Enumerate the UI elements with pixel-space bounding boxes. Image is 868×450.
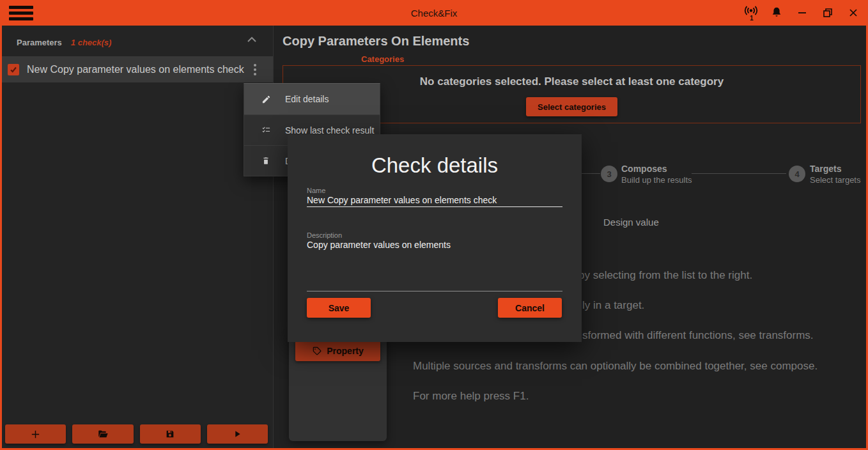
page-title: Copy Parameters On Elements [283,34,469,49]
check-enabled-checkbox[interactable] [8,64,19,75]
check-details-dialog: Check details Name New Copy parameter va… [288,134,582,342]
stepper-connector [582,173,600,174]
check-count-badge: 1 check(s) [71,38,112,47]
kebab-menu-icon[interactable] [249,62,261,77]
checks-sidebar: Parameters 1 check(s) New Copy parameter… [0,26,274,448]
property-source-button[interactable]: Property [295,341,380,361]
bell-icon[interactable] [768,4,785,21]
save-button[interactable]: Save [307,298,371,318]
step-targets-subtitle: Select targets [810,175,861,185]
sources-panel: Property [289,332,387,441]
parameters-group-title: Parameters [17,38,62,47]
add-check-button[interactable] [5,424,66,444]
step-composes-circle[interactable]: 3 [601,166,617,182]
description-input-underline [307,291,562,291]
description-field-label: Description [307,231,342,239]
step-composes[interactable]: Composes Build up the results [621,164,692,185]
sidebar-toolbar [5,424,268,444]
step-targets[interactable]: Targets Select targets [810,164,861,185]
check-item-label: New Copy parameter values on elements ch… [27,64,244,75]
broadcast-notification-icon[interactable]: 1 [743,4,759,21]
step-targets-circle[interactable]: 4 [789,166,805,182]
open-folder-button[interactable] [72,424,133,444]
app-title: Check&Fix [0,8,868,19]
chevron-up-icon[interactable] [246,35,258,44]
categories-label: Categories [361,54,404,64]
stepper-connector [692,173,786,174]
save-check-button[interactable] [140,424,201,444]
close-button[interactable] [845,4,862,21]
menu-item-edit-details[interactable]: Edit details [244,84,380,114]
tag-icon [312,346,322,356]
check-list-item[interactable]: New Copy parameter values on elements ch… [0,56,273,82]
help-line: Multiple sources and transforms can opti… [413,360,818,373]
name-input-underline [307,206,562,207]
description-input[interactable]: Copy parameter values on elements [307,240,562,250]
name-field-label: Name [307,187,325,194]
dialog-title: Check details [288,153,582,178]
parameters-group-header[interactable]: Parameters 1 check(s) [0,29,273,56]
run-check-button[interactable] [207,424,268,444]
property-button-label: Property [327,346,364,356]
checklist-icon [260,125,272,135]
help-line: by selecting from the list to the right. [578,269,752,282]
step-targets-title: Targets [810,164,861,174]
help-line: ly in a target. [582,299,644,312]
notification-count: 1 [750,15,754,21]
title-bar: Check&Fix 1 [0,0,868,26]
trash-icon [260,156,272,166]
step-composes-subtitle: Build up the results [621,175,692,185]
menu-item-label: Edit details [285,94,329,104]
help-line: sformed with different functions, see tr… [582,329,814,342]
minimize-button[interactable] [794,4,810,21]
step-composes-title: Composes [621,164,692,174]
cancel-button[interactable]: Cancel [498,298,562,318]
app-window: Check&Fix 1 [0,0,868,450]
source-item-design-value: Design value [603,217,659,228]
window-border [0,26,2,450]
restore-button[interactable] [819,4,836,21]
help-line: For more help press F1. [413,390,529,403]
pencil-icon [260,95,272,104]
name-input[interactable]: New Copy parameter values on elements ch… [307,195,562,205]
select-categories-button[interactable]: Select categories [526,97,617,116]
